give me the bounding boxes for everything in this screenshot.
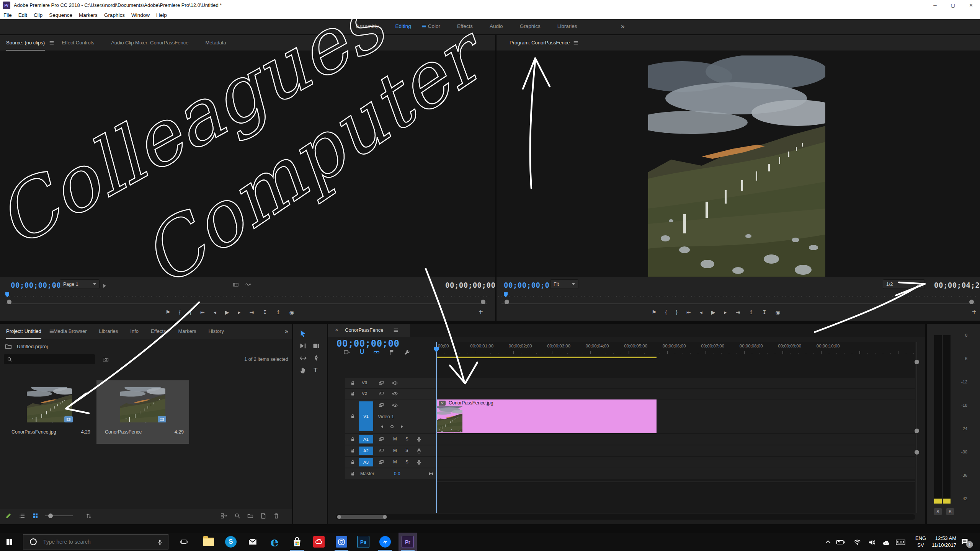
onedrive-icon[interactable] <box>882 540 891 546</box>
battery-icon[interactable] <box>836 540 845 545</box>
button-editor-button[interactable]: + <box>972 306 977 318</box>
project-panel-tab[interactable]: History <box>208 324 224 339</box>
lock-icon[interactable] <box>350 414 355 419</box>
zoom-handle-left[interactable] <box>505 300 509 304</box>
track-header-v2[interactable]: V2 <box>345 389 436 399</box>
track-name[interactable]: Video 1 <box>378 414 394 419</box>
source-panel-tab[interactable]: Effect Controls <box>62 35 94 51</box>
solo-button[interactable]: S <box>405 448 408 453</box>
sync-lock-icon[interactable] <box>379 380 384 386</box>
source-zoom-bar[interactable] <box>6 302 487 306</box>
new-item-button[interactable] <box>260 513 266 519</box>
list-view-button[interactable] <box>19 513 25 519</box>
track-lane-master[interactable] <box>436 468 915 479</box>
panel-menu-icon[interactable] <box>393 328 399 333</box>
track-header-master[interactable]: Master 0.0 <box>345 468 436 479</box>
timeline-playhead[interactable] <box>436 342 437 513</box>
taskbar-search-box[interactable] <box>23 534 168 549</box>
source-panel-tab[interactable]: Source: (no clips) <box>6 35 45 51</box>
instagram-button[interactable] <box>332 533 351 551</box>
solo-button[interactable]: S <box>405 437 408 441</box>
zoom-handle-left[interactable] <box>7 300 11 304</box>
add-marker-button[interactable]: ⚑ <box>165 306 170 318</box>
fx-badge[interactable]: fx <box>439 401 446 406</box>
add-keyframe-button[interactable] <box>390 425 394 429</box>
step-forward-button[interactable]: ▸ <box>238 306 240 318</box>
project-panel-tab[interactable]: Markers <box>178 324 196 339</box>
mute-button[interactable]: M <box>393 448 397 453</box>
source-panel-tab[interactable]: Metadata <box>206 35 226 51</box>
timeline-clip[interactable]: fx ConorPassFence.jpg <box>436 399 657 433</box>
track-header-v1[interactable]: V1 Video 1 <box>345 399 436 433</box>
volume-icon[interactable] <box>868 539 875 546</box>
mute-button[interactable]: M <box>393 460 397 464</box>
creative-cloud-button[interactable] <box>310 533 328 551</box>
voiceover-record-icon[interactable] <box>416 436 422 442</box>
start-button[interactable] <box>0 533 18 551</box>
workspace-tab[interactable]: Libraries <box>557 19 577 34</box>
project-item-name[interactable]: ConorPassFence <box>105 429 142 435</box>
pen-tool[interactable] <box>312 354 320 362</box>
menu-item[interactable]: Edit <box>18 12 27 18</box>
clock[interactable]: 12:53 AM 11/10/2017 <box>926 535 956 549</box>
maximize-button[interactable]: ▢ <box>944 0 962 11</box>
project-item[interactable]: ConorPassFence.jpg 4;29 <box>3 380 96 444</box>
project-item-name[interactable]: ConorPassFence.jpg <box>11 429 56 435</box>
lock-icon[interactable] <box>350 380 355 386</box>
find-button[interactable] <box>234 513 240 519</box>
page-prev-button[interactable] <box>54 284 56 288</box>
go-to-in-button[interactable]: ⇤ <box>200 306 205 318</box>
lock-icon[interactable] <box>350 448 355 453</box>
track-header-audio[interactable]: A3 M S <box>345 457 436 468</box>
microphone-icon[interactable] <box>157 539 163 545</box>
sync-lock-icon[interactable] <box>379 448 384 453</box>
solo-button[interactable]: S <box>405 460 408 464</box>
add-marker-button[interactable] <box>389 349 395 355</box>
project-panel-tab[interactable]: Media Browser <box>54 324 87 339</box>
voiceover-record-icon[interactable] <box>416 459 422 465</box>
sync-lock-icon[interactable] <box>379 460 384 465</box>
type-tool[interactable]: T <box>314 367 317 374</box>
nest-toggle-button[interactable] <box>343 349 350 355</box>
menu-item[interactable]: Graphics <box>104 12 125 18</box>
timeline-ruler[interactable]: 00;0000;00;01;0000;00;02;0000;00;03;0000… <box>424 344 848 348</box>
drag-audio-icon[interactable] <box>245 282 251 288</box>
next-keyframe-button[interactable] <box>400 425 404 429</box>
master-track-label[interactable]: Master <box>360 471 374 476</box>
program-panel-tab[interactable]: Program: ConorPassFence <box>510 35 570 51</box>
menu-item[interactable]: Window <box>131 12 150 18</box>
track-target-v2[interactable]: V2 <box>362 391 367 396</box>
project-panel-tab[interactable]: Effects <box>151 324 166 339</box>
timeline-settings-button[interactable] <box>404 349 410 355</box>
project-search-box[interactable] <box>4 354 95 364</box>
source-scrubber[interactable] <box>4 292 492 298</box>
page-select[interactable]: Page 1 <box>60 279 100 289</box>
lock-icon[interactable] <box>350 460 355 465</box>
mark-out-button[interactable]: } <box>189 306 191 318</box>
eye-icon[interactable] <box>392 403 398 408</box>
timeline-timecode[interactable]: 00;00;00;00 <box>336 338 399 349</box>
mute-button[interactable]: M <box>393 437 397 441</box>
workspace-tab[interactable]: Effects <box>457 19 473 34</box>
timeline-vscrollbar[interactable] <box>916 342 917 513</box>
menu-item[interactable]: File <box>3 12 12 18</box>
lift-button[interactable]: ↥ <box>749 306 753 318</box>
mail-button[interactable] <box>243 533 262 551</box>
menu-item[interactable]: Sequence <box>49 12 72 18</box>
eye-icon[interactable] <box>392 391 398 396</box>
page-next-button[interactable] <box>103 284 106 288</box>
timeline-hscrollbar[interactable] <box>336 514 915 520</box>
track-header-audio[interactable]: A1 M S <box>345 434 436 445</box>
sync-lock-icon[interactable] <box>379 437 384 442</box>
project-panel-tab[interactable]: Info <box>130 324 139 339</box>
clear-button[interactable] <box>273 513 279 519</box>
go-to-out-button[interactable]: ⇥ <box>736 306 740 318</box>
menu-item[interactable]: Clip <box>34 12 42 18</box>
export-frame-button[interactable]: ◉ <box>289 306 294 318</box>
source-panel-tab[interactable]: Audio Clip Mixer: ConorPassFence <box>111 35 188 51</box>
track-target-v1[interactable]: V1 <box>359 401 373 431</box>
thumbnail-zoom-slider[interactable] <box>45 515 73 516</box>
selection-tool[interactable] <box>299 330 307 337</box>
project-search-input[interactable] <box>15 355 93 364</box>
track-target-v3[interactable]: V3 <box>362 380 367 385</box>
